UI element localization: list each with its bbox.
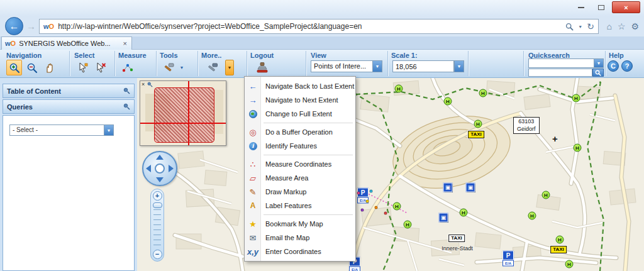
tab-title: SYNERGIS WebOffice Web... xyxy=(19,40,121,47)
zoom-out-tool-button[interactable] xyxy=(24,60,40,75)
menu-item-bookmark[interactable]: ★ Bookmark My Map xyxy=(245,217,355,231)
logout-icon xyxy=(255,62,269,74)
hydrant-marker[interactable]: H xyxy=(572,94,580,102)
hydrant-marker[interactable]: H xyxy=(479,89,487,97)
back-button[interactable]: ← xyxy=(5,17,23,35)
pan-center-button[interactable] xyxy=(155,163,165,174)
select-tool-button[interactable] xyxy=(75,60,91,75)
menu-item-label-features[interactable]: A Label Features xyxy=(245,199,355,213)
home-icon[interactable]: ⌂ xyxy=(606,21,611,31)
menu-item-navigate-next[interactable]: → Navigate to Next Extent xyxy=(245,93,355,107)
tab-close-icon[interactable]: × xyxy=(122,40,128,47)
search-dropdown-icon[interactable]: ▼ xyxy=(578,25,582,29)
address-bar[interactable]: wO http://w-lap-wintner/WebOffice/synser… xyxy=(39,19,599,34)
hydrant-marker[interactable]: H xyxy=(393,202,401,211)
measure-tool-button[interactable] xyxy=(119,60,135,75)
url-text[interactable]: http://w-lap-wintner/WebOffice/synserver… xyxy=(58,22,565,31)
pan-tool-button[interactable] xyxy=(42,60,57,75)
toolbar-divider xyxy=(387,51,388,76)
pan-control[interactable] xyxy=(142,151,177,186)
map-viewport[interactable]: 63103 Geidorf + Innere-Stadt HHHHHHHHHHH… xyxy=(137,78,644,271)
close-button[interactable]: × xyxy=(612,1,640,13)
overview-close-icon[interactable]: × xyxy=(142,81,145,87)
zoom-in-icon xyxy=(9,62,20,74)
chevron-down-icon[interactable]: ▼ xyxy=(104,125,113,135)
pin-icon[interactable] xyxy=(123,87,130,94)
settings-gear-icon[interactable]: ⚙ xyxy=(631,21,639,31)
refresh-icon[interactable]: ↻ xyxy=(587,21,594,31)
scale-input[interactable] xyxy=(392,60,454,72)
poi-building-icon[interactable]: ▣ xyxy=(443,183,453,192)
zoom-slider[interactable]: + − xyxy=(150,189,164,262)
hydrant-marker[interactable]: H xyxy=(574,144,582,152)
favorites-star-icon[interactable]: ☆ xyxy=(618,21,626,31)
more-dropdown-button[interactable]: ▼ xyxy=(225,60,234,75)
hydrant-marker[interactable]: H xyxy=(542,191,550,199)
menu-item-buffer[interactable]: ◎ Do a Buffer Operation xyxy=(245,125,355,139)
hydrant-marker[interactable]: H xyxy=(395,85,403,93)
label-features-icon: A xyxy=(245,202,261,209)
menu-item-full-extent[interactable]: Change to Full Extent xyxy=(245,107,355,121)
pin-icon[interactable] xyxy=(147,82,153,87)
quicksearch-dropdown-value xyxy=(529,59,594,67)
menu-item-email-map[interactable]: ✉ Email the Map xyxy=(245,231,355,245)
view-dropdown[interactable]: Points of Intere... ▼ xyxy=(311,60,382,72)
menu-item-navigate-back[interactable]: ← Navigate Back to Last Extent xyxy=(245,79,355,93)
zoom-in-button[interactable]: + xyxy=(153,191,162,201)
hydrant-marker[interactable]: H xyxy=(565,260,574,268)
tools-dropdown-button[interactable]: ▼ xyxy=(177,60,186,75)
clear-selection-button[interactable] xyxy=(93,60,109,75)
poi-dot xyxy=(366,200,369,203)
buffer-icon: ◎ xyxy=(245,128,261,136)
contact-button[interactable]: C xyxy=(608,60,619,72)
tools-button[interactable] xyxy=(161,60,177,75)
parking-icon: P xyxy=(502,251,514,260)
zoom-slider-track[interactable] xyxy=(153,209,161,249)
more-tools-button[interactable] xyxy=(203,60,223,75)
pin-icon[interactable] xyxy=(123,103,130,110)
logout-button[interactable] xyxy=(252,60,273,75)
pan-up-arrow-icon[interactable] xyxy=(156,155,164,160)
zoom-slider-handle[interactable] xyxy=(153,202,162,208)
zoom-in-tool-button[interactable] xyxy=(6,60,22,75)
poi-building-icon[interactable]: ▣ xyxy=(439,213,448,223)
quicksearch-button[interactable] xyxy=(592,69,604,77)
poi-building-icon[interactable]: ▣ xyxy=(466,183,475,192)
hydrant-marker[interactable]: H xyxy=(444,97,452,106)
chevron-down-icon[interactable]: ▼ xyxy=(372,61,382,72)
chevron-down-icon[interactable]: ▼ xyxy=(594,59,603,67)
menu-separator xyxy=(245,213,355,217)
hydrant-marker[interactable]: H xyxy=(460,209,468,217)
browser-tab[interactable]: wO SYNERGIS WebOffice Web... × xyxy=(1,36,132,50)
quicksearch-input[interactable] xyxy=(528,69,592,77)
menu-separator xyxy=(245,121,355,125)
table-of-content-header[interactable]: Table of Content xyxy=(3,84,135,98)
taxi-sign: TAXI xyxy=(468,131,484,138)
scale-dropdown-button[interactable]: ▼ xyxy=(454,60,464,72)
forward-button[interactable]: → xyxy=(26,21,36,31)
hydrant-marker[interactable]: H xyxy=(474,120,482,128)
pan-down-arrow-icon[interactable] xyxy=(156,177,164,182)
quicksearch-dropdown[interactable]: ▼ xyxy=(528,58,604,68)
search-icon[interactable] xyxy=(565,23,574,31)
menu-item-draw-markup[interactable]: ✎ Draw Markup xyxy=(245,185,355,199)
menu-item-enter-coordinates[interactable]: x,y Enter Coordinates xyxy=(245,245,355,258)
minimize-button[interactable] xyxy=(572,1,591,13)
query-select-dropdown[interactable]: - Select - ▼ xyxy=(9,124,114,136)
toolbar-divider xyxy=(306,51,306,76)
group-label-scale: Scale 1: xyxy=(391,52,418,59)
overview-map[interactable]: × xyxy=(140,80,226,146)
menu-item-measure-coordinates[interactable]: ∴ Measure Coordinates xyxy=(245,157,355,171)
overview-extent-highlight[interactable] xyxy=(154,87,214,143)
hydrant-marker[interactable]: H xyxy=(556,236,564,244)
zoom-out-button[interactable]: − xyxy=(153,250,162,259)
pan-left-arrow-icon[interactable] xyxy=(146,165,151,172)
help-button[interactable]: ? xyxy=(621,60,633,72)
maximize-button[interactable] xyxy=(592,1,611,13)
menu-item-identify[interactable]: i Identify Features xyxy=(245,139,355,153)
pan-right-arrow-icon[interactable] xyxy=(169,165,174,172)
hydrant-marker[interactable]: H xyxy=(528,212,536,220)
queries-header[interactable]: Queries xyxy=(3,99,135,114)
hydrant-marker[interactable]: H xyxy=(404,221,412,229)
menu-item-measure-area[interactable]: ▱ Measure Area xyxy=(245,171,355,185)
